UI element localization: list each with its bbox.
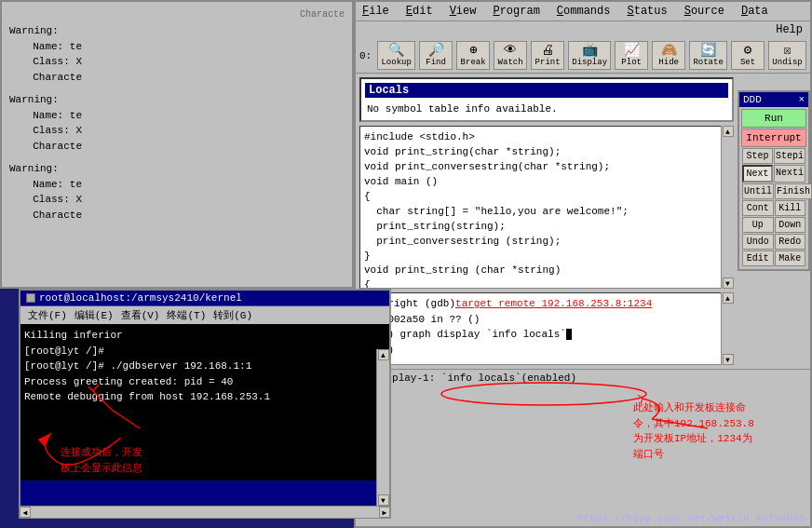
warning-2-label: Warning:: [9, 92, 345, 108]
url-text: https://blog.csdn.net/weixin_43734095: [577, 513, 805, 524]
set-button[interactable]: ⚙ Set: [731, 41, 765, 70]
command-note-text: 此处输入和开发板连接命令，其中192.168.253.8为开发板IP地址，123…: [633, 402, 754, 460]
menu-edit[interactable]: Edit: [403, 4, 436, 19]
terminal-scroll-down[interactable]: ▼: [378, 494, 389, 506]
step-button[interactable]: Step: [742, 148, 773, 164]
terminal-menu-view[interactable]: 查看(V): [121, 308, 160, 322]
gdb-console-container: Copyright (gdb)target remote 192.168.253…: [359, 292, 734, 365]
terminal-menu-file[interactable]: 文件(F): [28, 308, 67, 322]
find-button[interactable]: 🔎 Find: [419, 41, 453, 70]
terminal-menu-edit[interactable]: 编辑(E): [74, 308, 114, 322]
lookup-button[interactable]: 🔍 Lookup: [377, 41, 415, 70]
lookup-icon: 🔍: [388, 44, 404, 57]
display-button[interactable]: 📺 Display: [568, 41, 611, 70]
console-scrollbar[interactable]: ▲ ▼: [721, 292, 734, 365]
run-button[interactable]: Run: [741, 109, 806, 128]
hide-button[interactable]: 🙈 Hide: [652, 41, 685, 70]
terminal-line-4: Process greeting created: pid = 40: [24, 374, 386, 390]
down-button[interactable]: Down: [775, 217, 806, 233]
terminal-scroll-up[interactable]: ▲: [378, 349, 389, 360]
warning-3-label: Warning:: [9, 161, 345, 177]
kill-button[interactable]: Kill: [775, 200, 806, 216]
menu-program[interactable]: Program: [490, 4, 542, 19]
terminal-menu-terminal[interactable]: 终端(T): [167, 308, 206, 322]
terminal-line-2: [root@lyt /]#: [24, 344, 386, 359]
scroll-up-arrow[interactable]: ▲: [723, 126, 734, 137]
next-button[interactable]: Next: [742, 165, 773, 183]
locals-panel: Locals No symbol table info available.: [359, 77, 734, 122]
menu-data[interactable]: Data: [738, 4, 771, 19]
undisp-label: Undisp: [772, 58, 802, 67]
break-icon: ⊕: [469, 44, 477, 57]
terminal-menu: 文件(F) 编辑(E) 查看(V) 终端(T) 转到(G): [20, 306, 389, 324]
make-button[interactable]: Make: [775, 250, 806, 266]
plot-button[interactable]: 📈 Plot: [615, 41, 648, 70]
source-line-11: {: [364, 278, 729, 289]
up-down-row: Up Down: [741, 217, 806, 233]
terminal-line-5: Remote debugging from host 192.168.253.1: [24, 389, 386, 405]
warning-3-char: Characte: [20, 208, 345, 223]
undo-button[interactable]: Undo: [742, 234, 774, 250]
terminal-hscroll-right[interactable]: ▶: [379, 507, 390, 518]
print-icon: 🖨: [541, 44, 554, 57]
source-panel-container: #include <stdio.h> void print_string(cha…: [359, 126, 734, 289]
find-label: Find: [426, 58, 446, 67]
step-stepi-row: Step Stepi: [741, 148, 806, 164]
locals-title: Locals: [365, 83, 728, 98]
cont-button[interactable]: Cont: [742, 200, 774, 216]
break-button[interactable]: ⊕ Break: [456, 41, 490, 70]
menu-view[interactable]: View: [447, 4, 480, 19]
menu-commands[interactable]: Commands: [554, 4, 614, 19]
menu-file[interactable]: File: [359, 4, 392, 19]
ddd-panel-title: DDD ×: [739, 92, 808, 107]
gdb-line-4: (gdb): [363, 343, 730, 359]
ddd-control-panel: DDD × Run Interrupt Step Stepi Next Next…: [738, 90, 810, 271]
finish-button[interactable]: Finish: [775, 183, 812, 199]
source-line-9: }: [364, 250, 729, 264]
hide-icon: 🙈: [661, 44, 677, 57]
nexti-button[interactable]: Nexti: [774, 165, 805, 183]
interrupt-button[interactable]: Interrupt: [741, 129, 806, 147]
gdb-line-3: (gdb) graph display `info locals`: [363, 327, 730, 343]
scroll-down-arrow[interactable]: ▼: [723, 278, 734, 289]
rotate-button[interactable]: 🔄 Rotate: [689, 41, 727, 70]
source-line-2: void print_string(char *string);: [364, 145, 729, 160]
console-scroll-down[interactable]: ▼: [723, 354, 734, 365]
terminal-scrollbar[interactable]: ▲ ▼: [376, 349, 389, 506]
ddd-panel-close[interactable]: ×: [798, 94, 805, 105]
terminal-close-button[interactable]: [26, 293, 35, 303]
plot-label: Plot: [621, 58, 642, 67]
watch-icon: 👁: [504, 44, 517, 57]
up-button[interactable]: Up: [742, 217, 774, 233]
status-bar: △ Display-1: `info locals`(enabled): [356, 369, 810, 386]
hide-label: Hide: [658, 58, 679, 67]
toolbar-label: 0:: [359, 50, 372, 61]
source-scrollbar[interactable]: ▲ ▼: [721, 126, 734, 289]
undo-redo-row: Undo Redo: [741, 234, 806, 250]
set-icon: ⚙: [744, 44, 751, 57]
redo-button[interactable]: Redo: [775, 234, 806, 250]
lookup-label: Lookup: [381, 58, 411, 67]
terminal-hscrollbar[interactable]: ◀ ▶: [19, 506, 391, 519]
terminal-hscroll-left[interactable]: ◀: [20, 507, 31, 518]
watch-button[interactable]: 👁 Watch: [494, 41, 527, 70]
warning-1-class: Class: X: [20, 54, 345, 70]
plot-icon: 📈: [624, 44, 640, 57]
gdb-line-2: 0x40002a50 in ?? (): [363, 312, 730, 328]
gdb-console[interactable]: Copyright (gdb)target remote 192.168.253…: [359, 292, 734, 365]
bottom-url: https://blog.csdn.net/weixin_43734095: [577, 513, 805, 524]
connect-success-annotation: 连接成功后，开发板上会显示此信息: [61, 445, 142, 476]
terminal-menu-goto[interactable]: 转到(G): [213, 308, 252, 322]
menu-source[interactable]: Source: [682, 4, 727, 19]
until-button[interactable]: Until: [742, 183, 774, 199]
connect-success-text: 连接成功后，开发板上会显示此信息: [61, 447, 142, 474]
menu-status[interactable]: Status: [624, 4, 670, 19]
source-code-panel[interactable]: #include <stdio.h> void print_string(cha…: [359, 126, 734, 289]
help-label[interactable]: Help: [776, 23, 803, 36]
source-line-4: void main (): [364, 175, 729, 190]
stepi-button[interactable]: Stepi: [774, 148, 805, 164]
undisp-button[interactable]: ☒ Undisp: [768, 41, 806, 70]
console-scroll-up[interactable]: ▲: [723, 292, 734, 304]
edit-button[interactable]: Edit: [742, 250, 774, 266]
print-button[interactable]: 🖨 Print: [531, 41, 564, 70]
